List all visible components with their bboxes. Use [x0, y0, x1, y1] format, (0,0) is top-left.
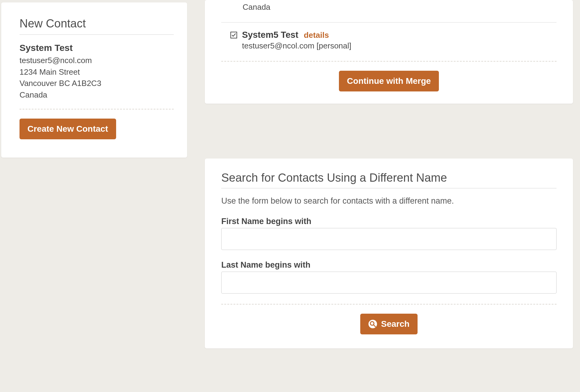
divider [221, 22, 557, 23]
create-new-contact-button[interactable]: Create New Contact [20, 119, 116, 139]
search-button[interactable]: Search [360, 314, 417, 334]
match-row: System5 Test details testuser5@ncol.com … [221, 30, 557, 51]
match-contact-email: testuser5@ncol.com [personal] [242, 41, 557, 51]
existing-contact-address: Vancouver BC A1B2C3 Canada [221, 0, 557, 13]
last-name-label: Last Name begins with [221, 260, 557, 270]
match-info: System5 Test details testuser5@ncol.com … [242, 30, 557, 51]
match-checkbox[interactable] [230, 32, 237, 38]
divider-dashed [20, 109, 174, 109]
search-instruction: Use the form below to search for contact… [221, 196, 557, 206]
match-contact-name: System5 Test [242, 30, 298, 40]
new-contact-card: New Contact System Test testuser5@ncol.c… [1, 2, 187, 158]
last-name-input[interactable] [221, 272, 557, 294]
continue-merge-button[interactable]: Continue with Merge [339, 71, 439, 91]
divider-dashed [221, 61, 557, 62]
details-link[interactable]: details [304, 30, 329, 40]
new-contact-cityline: Vancouver BC A1B2C3 [20, 78, 174, 89]
new-contact-email: testuser5@ncol.com [20, 55, 174, 66]
divider [221, 188, 557, 188]
search-card: Search for Contacts Using a Different Na… [205, 159, 573, 348]
new-contact-country: Canada [20, 89, 174, 101]
first-name-label: First Name begins with [221, 217, 557, 226]
new-contact-street: 1234 Main Street [20, 66, 174, 78]
new-contact-name: System Test [20, 43, 174, 53]
new-contact-heading: New Contact [20, 17, 174, 30]
search-button-label: Search [381, 319, 409, 329]
existing-contact-country: Canada [243, 2, 557, 13]
merge-card: Vancouver BC A1B2C3 Canada System5 Test … [205, 0, 573, 104]
first-name-input[interactable] [221, 228, 557, 250]
search-heading: Search for Contacts Using a Different Na… [221, 171, 557, 184]
search-icon [368, 319, 377, 329]
divider-dashed [221, 304, 557, 305]
check-icon [231, 33, 236, 37]
divider [20, 34, 174, 35]
